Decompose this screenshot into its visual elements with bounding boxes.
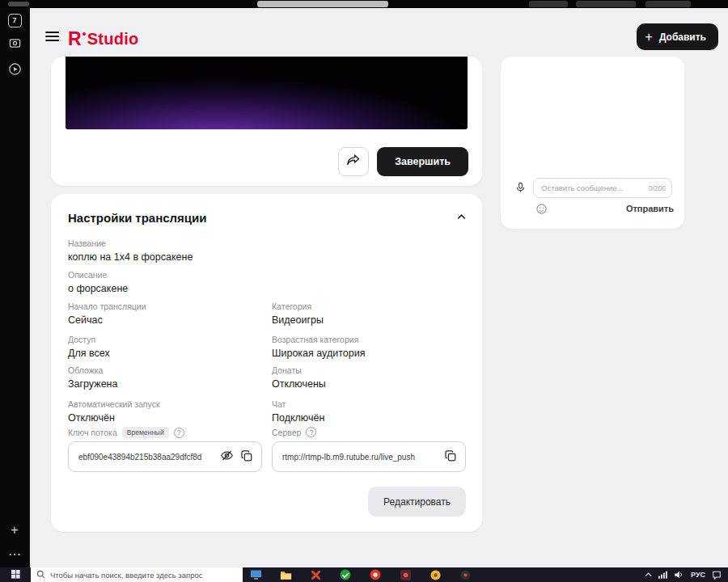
char-counter: 0/200 xyxy=(649,184,666,192)
send-button[interactable]: Отправить xyxy=(626,204,674,213)
browser-chrome-fragment xyxy=(645,1,691,7)
rail-add-button[interactable]: + xyxy=(0,522,29,538)
mic-button[interactable] xyxy=(511,179,529,197)
field-chat: Чат Подключён xyxy=(272,399,324,424)
browser-chrome-strip xyxy=(0,0,728,8)
stream-key-badge: Временный xyxy=(122,427,169,438)
server-label-row: Сервер ? xyxy=(272,427,316,437)
system-tray: РУС xyxy=(645,570,728,580)
stream-key-field xyxy=(68,441,262,472)
windows-logo-icon xyxy=(11,567,20,582)
stream-key-label-row: Ключ потока Временный ? xyxy=(68,427,184,438)
server-label: Сервер xyxy=(272,428,301,437)
stream-key-label: Ключ потока xyxy=(68,428,117,437)
toggle-key-visibility-button[interactable] xyxy=(218,449,235,465)
emoji-button[interactable] xyxy=(534,203,548,217)
video-actions: Завершить xyxy=(338,147,468,176)
volume-tray-icon[interactable] xyxy=(674,570,684,580)
field-name: Название коплю на 1х4 в форсакене xyxy=(68,238,193,263)
smiley-icon xyxy=(535,203,548,217)
chat-message-input[interactable] xyxy=(540,183,645,193)
chevron-up-icon xyxy=(645,572,652,577)
server-input[interactable] xyxy=(281,452,438,462)
help-icon[interactable]: ? xyxy=(174,428,184,438)
chevron-up-icon xyxy=(455,211,468,226)
taskbar: Чтобы начать поиск, введите здесь запрос… xyxy=(0,567,728,582)
start-button[interactable] xyxy=(0,567,31,582)
chat-input-wrapper: 0/200 xyxy=(533,178,672,198)
rutube-studio-app: R Studio + Добавить Завершить xyxy=(30,8,728,567)
field-start-time: Начало трансляции Сейчас xyxy=(68,302,146,326)
menu-bar xyxy=(45,36,59,37)
taskbar-app-icon[interactable] xyxy=(459,568,472,581)
menu-bar xyxy=(45,40,59,41)
field-age-category: Возрастная категория Широкая аудитория xyxy=(272,335,365,359)
search-icon xyxy=(36,567,45,582)
field-category: Категория Видеоигры xyxy=(272,302,324,326)
taskbar-app-icon[interactable] xyxy=(339,568,352,581)
edit-button[interactable]: Редактировать xyxy=(368,487,466,517)
taskbar-app-icon[interactable] xyxy=(399,568,412,581)
copy-server-button[interactable] xyxy=(442,449,459,465)
play-icon xyxy=(8,62,22,79)
camera-icon xyxy=(8,36,22,53)
tab-counter-badge: 7 xyxy=(8,14,22,27)
server-field xyxy=(272,441,466,472)
taskbar-app-icon[interactable] xyxy=(429,568,442,581)
add-button-label: Добавить xyxy=(659,32,706,43)
ellipsis-icon: ⋯ xyxy=(8,548,21,561)
tray-expand-button[interactable] xyxy=(645,572,652,577)
add-button[interactable]: + Добавить xyxy=(637,23,718,50)
share-button[interactable] xyxy=(338,147,369,176)
browser-chrome-fragment xyxy=(8,2,29,6)
taskbar-search[interactable]: Чтобы начать поиск, введите здесь запрос xyxy=(31,567,243,582)
rail-play-button[interactable] xyxy=(0,63,29,78)
screen: 7 + ⋯ R Studio xyxy=(0,0,728,582)
copy-key-button[interactable] xyxy=(239,449,255,465)
video-preview-card: Завершить xyxy=(51,57,482,186)
collapse-button[interactable] xyxy=(453,210,469,226)
notification-icon xyxy=(712,570,722,580)
plus-icon: + xyxy=(11,524,18,537)
app-logo[interactable]: R Studio xyxy=(68,30,139,48)
language-indicator[interactable]: РУС xyxy=(691,571,705,579)
rail-tab-counter[interactable]: 7 xyxy=(0,13,29,27)
copy-icon xyxy=(240,449,253,465)
browser-chrome-fragment xyxy=(257,1,388,7)
plus-icon: + xyxy=(645,31,653,44)
menu-button[interactable] xyxy=(45,32,59,43)
taskbar-app-icon[interactable] xyxy=(309,568,322,581)
stream-settings-card: Настройки трансляции Название коплю на 1… xyxy=(51,194,482,532)
menu-bar xyxy=(45,32,59,33)
taskbar-app-icon[interactable] xyxy=(249,568,262,581)
taskbar-apps xyxy=(249,568,472,581)
stream-key-input[interactable] xyxy=(77,452,214,462)
eye-off-icon xyxy=(220,449,234,465)
browser-chrome-fragment xyxy=(576,1,636,7)
field-cover: Обложка Загружена xyxy=(68,365,117,390)
network-tray-icon[interactable] xyxy=(658,570,667,580)
taskbar-app-icon[interactable] xyxy=(279,568,292,581)
search-placeholder: Чтобы начать поиск, введите здесь запрос xyxy=(50,571,202,580)
help-icon[interactable]: ? xyxy=(306,427,316,437)
field-access: Доступ Для всех xyxy=(68,335,110,359)
browser-side-rail: 7 + ⋯ xyxy=(0,8,30,567)
rail-more-button[interactable]: ⋯ xyxy=(0,546,29,563)
browser-chrome-fragment xyxy=(529,1,568,7)
field-autostart: Автоматический запуск Отключён xyxy=(68,399,160,424)
notification-button[interactable] xyxy=(712,570,722,580)
settings-title: Настройки трансляции xyxy=(68,211,207,225)
copy-icon xyxy=(444,449,457,465)
share-icon xyxy=(346,154,361,170)
logo-r: R xyxy=(68,30,82,48)
logo-dot xyxy=(83,32,86,36)
mic-icon xyxy=(514,181,527,196)
field-donations: Донаты Отключены xyxy=(272,365,326,390)
finish-stream-button[interactable]: Завершить xyxy=(377,147,468,176)
field-description: Описание о форсакене xyxy=(68,270,128,294)
taskbar-app-icon[interactable] xyxy=(369,568,382,581)
video-preview[interactable] xyxy=(66,57,468,129)
chat-panel: 0/200 Отправить xyxy=(501,57,684,229)
logo-text: Studio xyxy=(87,30,139,48)
rail-screenshot-button[interactable] xyxy=(0,37,29,52)
